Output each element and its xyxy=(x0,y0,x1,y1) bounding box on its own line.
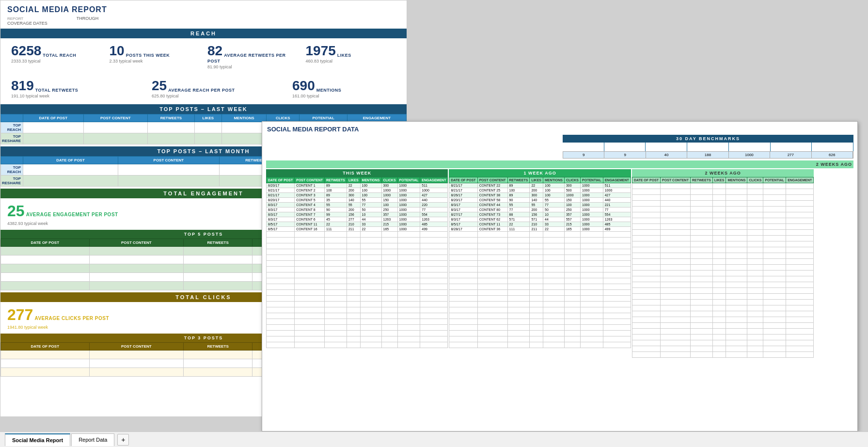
table-row xyxy=(267,296,448,302)
table-row xyxy=(632,207,813,212)
bench-col-4: CLICKS PER POST xyxy=(729,143,771,151)
table-row xyxy=(267,267,448,272)
table-row: 8/5/17CONTENT 1122210332151000485 xyxy=(267,222,448,227)
tab-report-data[interactable]: Report Data xyxy=(71,433,114,446)
table-row xyxy=(449,272,631,278)
table-row xyxy=(632,340,813,346)
table-row xyxy=(267,319,448,325)
table-row: 8/3/17CONTENT 64527744126310001263 xyxy=(267,217,448,222)
top3-th-content: POST CONTENT xyxy=(89,343,183,351)
w2-th-clicks: CLICKS xyxy=(564,177,580,183)
top-posts-month-th-empty xyxy=(1,157,23,164)
data-weeks-container: THIS WEEK DATE OF POST POST CONTENT RETW… xyxy=(266,169,853,358)
through-label: THROUGH xyxy=(77,16,99,21)
table-row xyxy=(449,232,631,238)
table-row xyxy=(632,288,813,294)
table-row xyxy=(632,311,813,317)
stat-total-retweets: 819 TOTAL RETWEETS 191.10 typical week xyxy=(7,77,119,100)
table-row xyxy=(632,247,813,253)
table-row: 8/3/17CONTENT 625715714455710001263 xyxy=(449,217,631,222)
table-row xyxy=(449,313,631,319)
week3-section: 2 WEEKS AGO DATE OF POST POST CONTENT RE… xyxy=(632,169,814,358)
bench-val-2: 40 xyxy=(646,152,687,158)
reach-stats-row2: 819 TOTAL RETWEETS 191.10 typical week 2… xyxy=(0,75,407,104)
top-posts-week-th-likes: LIKES xyxy=(194,114,221,122)
table-row xyxy=(632,259,813,265)
week3-table: DATE OF POST POST CONTENT RETWEETS LIKES… xyxy=(632,177,814,358)
table-row xyxy=(449,307,631,313)
table-row xyxy=(632,300,813,305)
add-tab-button[interactable]: + xyxy=(117,434,129,446)
top3-th-date: DATE OF POST xyxy=(1,343,90,351)
benchmarks-col-headers: POSTS PER DAY RETWEETS PER POST MENTIONS… xyxy=(563,143,853,151)
table-row xyxy=(632,201,813,207)
app-container: SOCIAL MEDIA REPORT REPORT COVERAGE DATE… xyxy=(0,0,868,447)
top5-th-content: POST CONTENT xyxy=(89,239,183,247)
table-row xyxy=(632,335,813,340)
table-row xyxy=(449,238,631,243)
w3-th-content: POST CONTENT xyxy=(661,177,691,183)
table-row xyxy=(267,284,448,290)
table-row xyxy=(632,224,813,230)
tab-bar: Social Media Report Report Data + xyxy=(0,431,868,447)
tab-social-media-report[interactable]: Social Media Report xyxy=(5,433,70,446)
table-row xyxy=(267,249,448,255)
table-row xyxy=(632,189,813,195)
w3-th-engagement: ENGAGEMENT xyxy=(786,177,814,183)
table-row: 8/3/17CONTENT 45555771001000220 xyxy=(267,203,448,208)
bench-col-5: POTENTIAL POST xyxy=(771,143,812,151)
table-row xyxy=(632,346,813,352)
table-row: 8/5/17CONTENT 16111211221651000499 xyxy=(267,227,448,232)
table-row xyxy=(449,331,631,336)
week3-section-header: 2 WEEKS AGO xyxy=(266,160,853,168)
table-row xyxy=(449,284,631,290)
table-row xyxy=(632,323,813,329)
w2-th-content: POST CONTENT xyxy=(477,177,507,183)
table-row xyxy=(632,218,813,224)
week1-header: THIS WEEK xyxy=(266,169,448,177)
stat-avg-reach: 25 AVERAGE REACH PER POST 625.80 typical xyxy=(148,77,259,100)
w3-th-likes: LIKES xyxy=(712,177,726,183)
table-row xyxy=(449,290,631,296)
top-posts-week-header: TOP POSTS – LAST WEEK xyxy=(0,104,407,114)
table-row xyxy=(267,336,448,342)
w2-th-retweets: RETWEETS xyxy=(507,177,530,183)
table-row xyxy=(632,253,813,259)
table-row: 8/3/17CONTENT 807720050250100077 xyxy=(449,208,631,212)
bench-val-6: 626 xyxy=(812,152,853,158)
data-sheet: SOCIAL MEDIA REPORT DATA 30 DAY BENCHMAR… xyxy=(262,121,858,431)
week2-table: DATE OF POST POST CONTENT RETWEETS LIKES… xyxy=(449,177,631,348)
table-row xyxy=(449,261,631,267)
top-reshare-label-month: TOP RESHARE xyxy=(1,176,23,187)
table-row xyxy=(267,302,448,307)
table-row xyxy=(449,302,631,307)
reach-stats: 6258 TOTAL REACH 2333.33 typical 10 POST… xyxy=(0,38,407,75)
table-row: 8/26/17CONTENT 388930010010001000427 xyxy=(449,193,631,198)
week3-header: 2 WEEKS AGO xyxy=(632,169,814,177)
table-row xyxy=(449,278,631,284)
table-row xyxy=(449,255,631,261)
benchmarks-container: 30 DAY BENCHMARKS POSTS PER DAY RETWEETS… xyxy=(266,135,853,159)
table-row xyxy=(632,265,813,271)
table-row xyxy=(632,195,813,201)
top-reach-label: TOP REACH xyxy=(1,122,23,133)
w1-th-clicks: CLICKS xyxy=(381,177,397,183)
table-row: 8/21/17CONTENT 2100200100100010001000 xyxy=(267,188,448,193)
top-posts-week-th-content: POST CONTENT xyxy=(83,114,148,122)
table-row: 8/3/17CONTENT 89020050250100077 xyxy=(267,208,448,212)
table-row xyxy=(449,319,631,325)
top-posts-month-th-content: POST CONTENT xyxy=(118,157,220,164)
w1-th-mentions: MENTIONS xyxy=(360,177,381,183)
w1-th-potential: POTENTIAL xyxy=(397,177,420,183)
table-row xyxy=(632,230,813,236)
bench-val-1: 9 xyxy=(604,152,646,158)
table-row xyxy=(632,352,813,358)
bench-col-0: POSTS PER DAY xyxy=(563,143,604,151)
top5-th-date: DATE OF POST xyxy=(1,239,90,247)
table-row xyxy=(632,282,813,288)
table-row xyxy=(267,307,448,313)
table-row: 8/21/17CONTENT 38930010010001000427 xyxy=(267,193,448,198)
table-row xyxy=(267,342,448,348)
table-row xyxy=(632,183,813,189)
w3-th-mentions: MENTIONS xyxy=(726,177,747,183)
